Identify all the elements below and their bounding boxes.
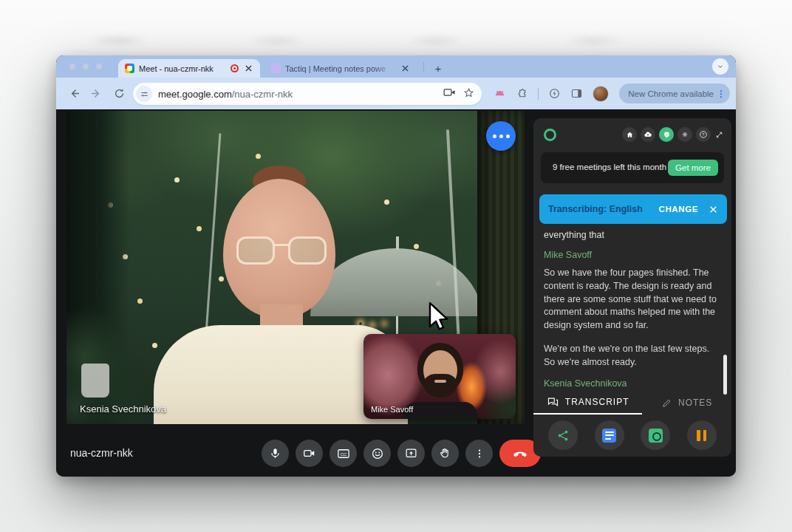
reload-button[interactable]	[113, 87, 126, 100]
transcribing-status: Transcribing: English	[548, 204, 643, 214]
minimize-window-icon[interactable]	[83, 64, 89, 69]
present-button[interactable]	[397, 440, 425, 467]
privacy-shield-icon[interactable]	[659, 127, 674, 142]
plant-pot	[81, 364, 109, 398]
change-language-button[interactable]: CHANGE	[659, 205, 698, 214]
expand-diagonal-icon[interactable]	[714, 130, 724, 140]
new-tab-button[interactable]: +	[430, 60, 446, 76]
tactiq-extension-icon[interactable]	[494, 87, 506, 100]
meet-favicon-icon	[125, 64, 134, 73]
tab-notes[interactable]: NOTES	[642, 391, 731, 415]
camera-chip-icon	[649, 429, 663, 443]
pause-transcription-button[interactable]	[687, 420, 717, 450]
home-icon[interactable]	[622, 127, 637, 142]
pause-icon	[697, 430, 706, 441]
browser-toolbar: meet.google.com/nua-czmr-nkk New Chrome …	[56, 78, 736, 109]
svg-text:CC: CC	[340, 451, 346, 456]
browser-menu-icon[interactable]: ⋮	[717, 89, 726, 98]
forward-button[interactable]	[90, 87, 103, 100]
toolbar-divider	[538, 88, 539, 100]
profile-avatar[interactable]	[593, 86, 609, 102]
url-text[interactable]: meet.google.com/nua-czmr-nkk	[158, 89, 436, 100]
chrome-update-pill[interactable]: New Chrome available ⋮	[619, 83, 730, 103]
bookmark-star-icon[interactable]	[463, 87, 474, 101]
zoom-window-icon[interactable]	[96, 64, 102, 69]
meet-control-bar: nua-czmr-nkk CC	[56, 429, 529, 477]
extensions-row	[494, 78, 609, 109]
cloud-upload-icon[interactable]	[641, 127, 655, 142]
tactiq-header-icons: ?	[622, 127, 724, 142]
google-docs-button[interactable]	[595, 420, 624, 450]
mouse-cursor	[427, 301, 449, 334]
tab-strip: Meet - nua-czmr-nkk Tactiq | Meeting not…	[56, 55, 736, 78]
chat-bubbles-icon	[547, 396, 559, 409]
sidebar-actions	[533, 415, 731, 456]
tab-tactiq[interactable]: Tactiq | Meeting notes powe	[264, 59, 417, 78]
address-bar[interactable]: meet.google.com/nua-czmr-nkk	[133, 83, 482, 105]
performance-icon[interactable]	[548, 87, 561, 100]
chat-bubble-button[interactable]	[486, 121, 516, 151]
transcript-text: everything that	[544, 230, 720, 240]
tactiq-header: ?	[533, 118, 731, 151]
share-button[interactable]	[548, 420, 578, 450]
participant-glasses	[236, 236, 327, 266]
transcript-panel[interactable]: everything that Mike Savoff So we have t…	[533, 224, 731, 391]
sidebar-tabs: TRANSCRIPT NOTES	[533, 391, 731, 415]
main-video-tile[interactable]: Ksenia Svechnikova Mike Savoff	[66, 111, 525, 424]
close-tab-icon[interactable]	[243, 64, 253, 74]
camera-permission-icon[interactable]	[443, 87, 456, 100]
tactiq-favicon-icon	[271, 64, 281, 73]
tab-separator	[423, 62, 424, 72]
transcript-text: We're on the we're on the last few steps…	[544, 343, 720, 369]
credits-card: 9 free meetings left this month Get more	[541, 152, 724, 183]
settings-gear-icon[interactable]	[677, 127, 692, 142]
tab-title: Meet - nua-czmr-nkk	[139, 64, 226, 73]
get-more-button[interactable]: Get more	[668, 160, 718, 176]
microphone-button[interactable]	[262, 440, 289, 467]
captions-button[interactable]: CC	[330, 440, 357, 467]
transcript-speaker: Mike Savoff	[544, 250, 720, 260]
credits-text: 9 free meetings left this month	[551, 162, 668, 174]
tab-meet[interactable]: Meet - nua-czmr-nkk	[118, 59, 260, 78]
transcript-text: So we have the four pages finished. The …	[544, 267, 720, 332]
transcribing-banner: Transcribing: English CHANGE	[539, 194, 727, 224]
recording-status-icon	[544, 129, 556, 141]
meeting-code: nua-czmr-nkk	[70, 447, 133, 459]
reactions-button[interactable]	[363, 440, 391, 467]
tab-title: Tactiq | Meeting notes powe	[285, 64, 395, 73]
window-traffic-lights[interactable]	[69, 64, 102, 69]
pip-video-tile[interactable]: Mike Savoff	[363, 334, 516, 419]
pip-participant-body	[403, 402, 477, 419]
tactiq-sidebar: ? 9 free meetings left this month Get mo…	[533, 118, 731, 457]
glass-door-frame	[204, 133, 222, 354]
more-options-button[interactable]	[465, 440, 493, 467]
tab-label: NOTES	[678, 398, 712, 408]
meet-content: Ksenia Svechnikova Mike Savoff nua-czmr-…	[56, 109, 736, 477]
background-blur-smudge	[0, 28, 792, 53]
tab-search-chevron-button[interactable]	[712, 58, 728, 75]
screenshot-button[interactable]	[641, 420, 670, 450]
chrome-update-label: New Chrome available	[628, 89, 714, 98]
transcript-speaker: Ksenia Svechnikova	[544, 378, 720, 389]
svg-text:?: ?	[703, 132, 705, 137]
docs-icon	[602, 429, 616, 443]
pip-participant-name: Mike Savoff	[371, 405, 413, 414]
close-banner-icon[interactable]	[709, 205, 718, 214]
pip-participant-mouth	[434, 380, 446, 383]
pip-participant-beard	[424, 374, 457, 398]
camera-button[interactable]	[296, 440, 323, 467]
tab-label: TRANSCRIPT	[565, 397, 629, 407]
transcript-scrollbar[interactable]	[723, 355, 727, 395]
back-button[interactable]	[68, 87, 81, 100]
help-icon[interactable]: ?	[696, 127, 711, 142]
recording-indicator-icon	[231, 64, 239, 72]
close-tab-icon[interactable]	[400, 64, 410, 74]
raise-hand-button[interactable]	[431, 440, 459, 467]
side-panel-icon[interactable]	[570, 87, 583, 100]
site-settings-icon[interactable]	[136, 86, 152, 102]
extensions-puzzle-icon[interactable]	[516, 87, 528, 100]
close-window-icon[interactable]	[69, 64, 75, 69]
tab-transcript[interactable]: TRANSCRIPT	[533, 391, 642, 415]
call-controls: CC	[262, 440, 541, 467]
pencil-icon	[661, 398, 672, 409]
